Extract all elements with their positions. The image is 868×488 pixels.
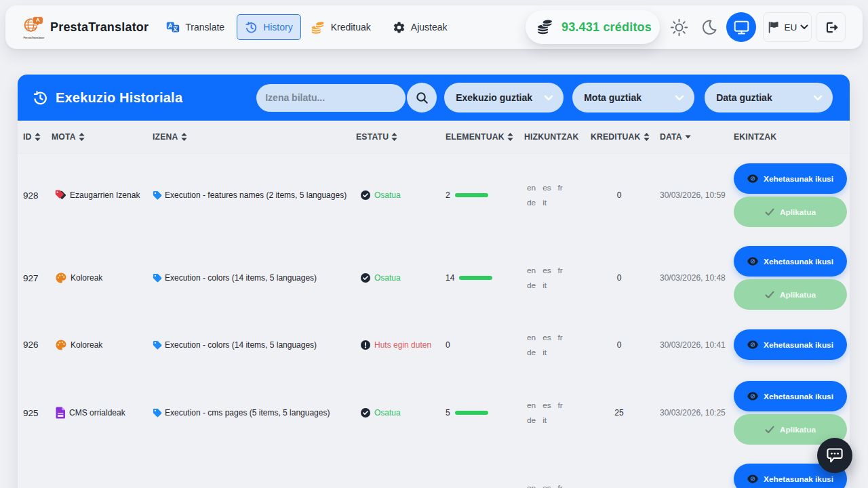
credits-balance: 93.431 créditos [561, 20, 652, 35]
elements-count: 0 [446, 340, 450, 350]
view-details-button[interactable]: Xehetasunak ikusi [734, 329, 847, 360]
language-selector[interactable]: EU [763, 12, 812, 42]
progress-bar [455, 193, 488, 197]
logout-icon [823, 20, 839, 35]
table-row: 927 Koloreak [18, 237, 850, 319]
language-tag: de [527, 348, 536, 357]
date-value: 30/03/2026, 10:25 [660, 408, 726, 418]
history-card: Exekuzio Historiala Exekuzio guztiak Mot… [18, 75, 850, 488]
app-title: PrestaTranslator [50, 20, 149, 35]
date-value: 30/03/2026, 10:48 [660, 273, 726, 283]
cell-credits: 0 [585, 273, 653, 283]
app-logo-icon: PrestaTranslator [22, 15, 45, 39]
type-label: Ezaugarrien Izenak [70, 190, 140, 200]
theme-dark-button[interactable] [697, 16, 720, 39]
filter-execution-select[interactable]: Exekuzio guztiak [444, 83, 564, 113]
view-details-button[interactable]: Xehetasunak ikusi [734, 246, 847, 277]
tags-red-icon [55, 190, 66, 201]
table-row: 925 CMS orrialdeak [18, 371, 850, 454]
flag-icon [766, 20, 781, 35]
cell-elements: 14 [446, 273, 524, 283]
column-header-actions: EKINTZAK [728, 132, 850, 142]
check-icon [765, 426, 774, 434]
cell-name: Execution - cms pages (5 items, 5 langua… [153, 408, 356, 418]
cell-type: Ezaugarrien Izenak [52, 190, 153, 201]
logout-button[interactable] [816, 12, 846, 42]
cell-actions: Xehetasunak ikusi Aplikatua [728, 246, 850, 310]
execution-name: Execution - colors (14 items, 5 language… [165, 340, 317, 350]
language-tag: fr [558, 266, 563, 275]
column-header-elements[interactable]: ELEMENTUAK [446, 132, 524, 142]
filter-type-select[interactable]: Mota guztiak [572, 83, 694, 113]
check-icon [765, 208, 774, 216]
cell-languages: enesfrdeit [524, 401, 585, 425]
view-details-button[interactable]: Xehetasunak ikusi [734, 163, 847, 194]
theme-system-button[interactable] [726, 12, 756, 42]
type-label: Koloreak [71, 273, 102, 283]
language-tag: de [527, 198, 536, 207]
top-navbar: PrestaTranslator PrestaTranslator Transl… [5, 5, 863, 49]
language-tag: es [542, 266, 551, 275]
execution-name: Execution - colors (14 items, 5 language… [165, 273, 317, 283]
cell-languages: enesfrdeit [524, 183, 585, 207]
cell-languages: enesfrdeit [524, 266, 585, 290]
palette-orange-icon [55, 339, 67, 351]
column-header-status[interactable]: ESTATU [356, 132, 446, 142]
progress-bar [455, 411, 488, 415]
column-header-credits[interactable]: KREDITUAK [585, 132, 653, 142]
cell-actions: Xehetasunak ikusi Aplikatua [728, 381, 850, 445]
applied-button[interactable]: Aplikatua [734, 279, 847, 310]
sun-icon [670, 18, 688, 37]
tab-translate[interactable]: Translate [158, 14, 233, 40]
cell-id: 926 [18, 340, 52, 350]
status-label: Osatua [374, 273, 401, 283]
credits-balance-pill[interactable]: 93.431 créditos [526, 10, 660, 44]
cell-type: Koloreak [52, 272, 153, 284]
theme-light-button[interactable] [667, 16, 690, 39]
search-button[interactable] [407, 83, 437, 113]
logo-wordmark: PrestaTranslator [24, 36, 45, 39]
translate-icon [166, 20, 180, 34]
cell-type: CMS orrialdeak [52, 407, 153, 419]
check-icon [765, 291, 774, 299]
language-tag: it [542, 415, 547, 425]
history-title-icon [33, 90, 48, 106]
tab-settings[interactable]: Ajusteak [384, 14, 456, 40]
check-circle-icon [361, 190, 370, 200]
chat-fab-button[interactable] [817, 438, 852, 473]
cell-credits: 25 [585, 408, 653, 418]
language-tag: fr [558, 401, 563, 410]
table-body: 928 Ezaugarrien Izenak [18, 154, 850, 488]
column-header-id[interactable]: ID [18, 132, 52, 142]
view-details-button[interactable]: Xehetasunak ikusi [734, 381, 847, 411]
history-icon [245, 21, 258, 34]
sort-icon [79, 133, 85, 141]
filter-date-select[interactable]: Data guztiak [705, 83, 833, 113]
cell-date: 30/03/2026, 10:48 [653, 273, 728, 283]
column-header-type[interactable]: MOTA [52, 132, 153, 142]
elements-count: 5 [446, 408, 450, 418]
nav-tabs: Translate History Kredituak [158, 14, 455, 40]
moon-icon [701, 19, 717, 36]
tab-history-label: History [263, 22, 293, 33]
column-header-name[interactable]: IZENA [153, 132, 356, 142]
cell-date: 30/03/2026, 10:41 [653, 340, 728, 350]
applied-button[interactable]: Aplikatua [734, 197, 847, 227]
status-label: Osatua [374, 190, 401, 200]
eye-icon [747, 474, 758, 483]
cell-credits: 0 [585, 340, 653, 350]
cell-actions: Xehetasunak ikusi Aplikatua [728, 329, 850, 360]
language-tag: es [542, 401, 551, 410]
column-header-date[interactable]: DATA [653, 132, 728, 142]
tab-settings-label: Ajusteak [411, 22, 448, 33]
search-input[interactable] [256, 84, 406, 112]
brand[interactable]: PrestaTranslator PrestaTranslator [22, 15, 149, 39]
cell-date: 30/03/2026, 10:25 [653, 408, 728, 418]
language-tag: it [542, 348, 547, 357]
language-tag: es [542, 183, 551, 192]
card-title-wrap: Exekuzio Historiala [33, 90, 182, 106]
tab-history[interactable]: History [237, 14, 301, 40]
eye-icon [747, 257, 758, 266]
language-tag: es [542, 333, 551, 342]
tab-credits[interactable]: Kredituak [302, 14, 379, 40]
